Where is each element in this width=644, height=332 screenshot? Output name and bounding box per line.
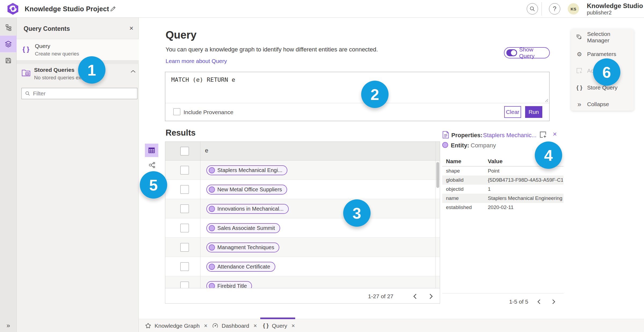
row-checkbox[interactable]: [180, 166, 189, 174]
results-prev-page-button[interactable]: [410, 292, 420, 301]
stored-queries-sublabel: No stored queries exist: [34, 75, 86, 81]
filter-input[interactable]: [33, 90, 134, 97]
properties-pagination-divider: [442, 293, 564, 293]
entity-dot-icon: [209, 186, 215, 193]
entity-type-dot-icon: [442, 142, 448, 148]
column-divider: [200, 142, 200, 288]
menu-item-collapse[interactable]: » Collapse: [571, 99, 634, 110]
results-title: Results: [166, 128, 196, 138]
add-to-new-window-icon[interactable]: [539, 131, 547, 139]
braces-icon: { }: [263, 323, 269, 329]
table-row[interactable]: Managment Techniques: [165, 238, 440, 257]
properties-close-button[interactable]: ×: [553, 130, 557, 137]
property-row: established2020-02-11: [442, 203, 564, 212]
user-avatar[interactable]: KS: [568, 3, 579, 14]
properties-entity-link[interactable]: Staplers Mechanic...: [483, 132, 536, 139]
row-checkbox[interactable]: [180, 204, 189, 213]
table-row[interactable]: Sales Associate Summit: [165, 218, 440, 238]
table-scrollbar[interactable]: [436, 162, 439, 188]
toggle-track: [506, 49, 517, 56]
double-chevron-right-icon: »: [576, 101, 583, 108]
filter-search-icon: [25, 91, 30, 96]
include-provenance-checkbox[interactable]: [173, 108, 180, 115]
property-row: objectid1: [442, 185, 564, 194]
menu-item-label: Collapse: [587, 101, 609, 107]
query-editor-box: MATCH (e) RETURN e Include Provenance Cl…: [165, 72, 550, 121]
entity-dot-icon: [209, 167, 215, 173]
project-title: Knowledge Studio Project: [25, 5, 109, 13]
panel-close-button[interactable]: ×: [129, 25, 133, 32]
double-chevron-right-icon: »: [6, 322, 10, 329]
results-table-view-button-selected[interactable]: [145, 144, 158, 157]
chevron-left-icon: [537, 299, 541, 304]
panel-title: Query Contents: [24, 25, 70, 32]
entity-pill[interactable]: Managment Techniques: [206, 243, 279, 252]
panel-gap-band: [17, 61, 139, 64]
results-pagination-count: 1-27 of 27: [358, 293, 393, 300]
chevron-up-icon[interactable]: [130, 69, 136, 73]
row-checkbox[interactable]: [180, 185, 189, 194]
results-link-chart-view-button[interactable]: [148, 161, 156, 169]
clear-button[interactable]: Clear: [504, 106, 521, 118]
row-checkbox[interactable]: [180, 243, 189, 252]
table-row[interactable]: Staplers Mechanical Engi...: [165, 161, 440, 180]
chevron-left-icon: [412, 293, 417, 299]
callout-4: 4: [535, 141, 562, 169]
edit-title-pencil-icon[interactable]: [109, 5, 116, 12]
entity-pill[interactable]: Staplers Mechanical Engi...: [206, 165, 287, 175]
run-button[interactable]: Run: [525, 106, 542, 118]
user-role: publisher2: [587, 10, 612, 16]
row-checkbox[interactable]: [180, 262, 189, 271]
query-editor-input[interactable]: MATCH (e) RETURN e: [171, 76, 235, 83]
search-button[interactable]: [527, 3, 538, 14]
expand-panel-button[interactable]: »: [0, 317, 17, 332]
select-all-checkbox[interactable]: [180, 147, 189, 155]
left-icon-rail: »: [0, 18, 17, 332]
entity-pill[interactable]: Attendance Certificate: [206, 262, 275, 272]
show-query-label: Show Query: [519, 46, 546, 59]
entity-pill[interactable]: Sales Associate Summit: [206, 223, 280, 233]
tab-close-icon[interactable]: ×: [291, 322, 295, 329]
search-icon: [529, 6, 535, 12]
stored-queries-label: Stored Queries: [34, 67, 75, 73]
tab-dashboard[interactable]: Dashboard ×: [212, 319, 257, 332]
resize-grip-icon[interactable]: [544, 98, 548, 102]
entity-pill[interactable]: Innovations in Mechanical...: [206, 204, 289, 214]
entity-dot-icon: [209, 244, 215, 251]
menu-item-parameters[interactable]: ⚙ Parameters: [571, 49, 634, 60]
callout-3: 3: [343, 199, 371, 227]
show-query-toggle[interactable]: Show Query: [504, 47, 550, 58]
results-next-page-button[interactable]: [426, 292, 436, 301]
table-row[interactable]: Attendance Certificate: [165, 257, 440, 276]
rail-hierarchy-button[interactable]: [0, 19, 17, 36]
row-checkbox[interactable]: [180, 224, 189, 232]
callout-1: 1: [78, 56, 105, 84]
properties-next-page-button[interactable]: [549, 297, 559, 307]
properties-prev-page-button[interactable]: [534, 297, 544, 307]
rail-save-button[interactable]: [0, 52, 17, 69]
app-logo-icon[interactable]: [7, 3, 19, 15]
toggle-knob: [511, 50, 516, 55]
gear-icon: ⚙: [576, 51, 583, 58]
tab-close-icon[interactable]: ×: [254, 322, 257, 329]
avatar-initials: KS: [571, 7, 576, 11]
scrollbar-divider: [436, 142, 436, 288]
user-name: Knowledge Studio: [587, 2, 643, 10]
table-row[interactable]: New Metal Office Suppliers: [165, 180, 440, 199]
help-icon: ?: [553, 5, 557, 13]
entity-label: Entity:: [451, 142, 469, 149]
properties-pagination-count: 1-5 of 5: [501, 299, 536, 305]
learn-more-link[interactable]: Learn more about Query: [166, 58, 227, 64]
entity-pill[interactable]: New Metal Office Suppliers: [206, 185, 287, 195]
sidebar-item-query[interactable]: { } Query Create new queries: [17, 39, 139, 61]
tab-knowledge-graph[interactable]: Knowledge Graph ×: [145, 319, 207, 332]
tab-close-icon[interactable]: ×: [204, 322, 207, 329]
menu-item-selection-manager[interactable]: Selection Manager: [571, 32, 634, 43]
properties-col-value: Value: [488, 158, 503, 165]
tab-query-active[interactable]: { } Query ×: [263, 319, 295, 332]
help-button[interactable]: ?: [549, 3, 560, 14]
rail-query-layers-button-selected[interactable]: [0, 36, 17, 52]
table-row[interactable]: Innovations in Mechanical...: [165, 199, 440, 218]
link-chart-icon: [148, 161, 156, 169]
stored-queries-filter[interactable]: [21, 88, 137, 99]
